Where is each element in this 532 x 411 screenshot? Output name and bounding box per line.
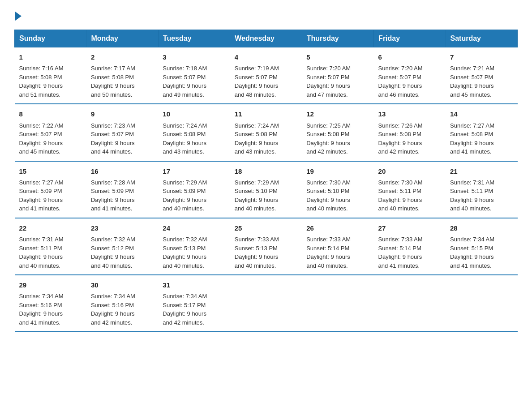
day-info: Sunrise: 7:23 AMSunset: 5:07 PMDaylight:…	[91, 121, 154, 156]
weekday-header-sunday: Sunday	[15, 30, 86, 47]
logo-arrow-icon	[15, 12, 21, 21]
day-number: 26	[306, 223, 369, 233]
day-info: Sunrise: 7:33 AMSunset: 5:14 PMDaylight:…	[378, 235, 441, 270]
day-number: 6	[378, 52, 441, 62]
day-number: 8	[19, 109, 82, 119]
day-info: Sunrise: 7:17 AMSunset: 5:08 PMDaylight:…	[91, 64, 154, 99]
calendar-cell: 25Sunrise: 7:33 AMSunset: 5:13 PMDayligh…	[230, 218, 302, 275]
calendar-cell: 8Sunrise: 7:22 AMSunset: 5:07 PMDaylight…	[15, 104, 86, 161]
day-number: 9	[91, 109, 154, 119]
page-header	[14, 11, 518, 21]
day-info: Sunrise: 7:34 AMSunset: 5:15 PMDaylight:…	[450, 235, 513, 270]
day-number: 14	[450, 109, 513, 119]
calendar-cell: 13Sunrise: 7:26 AMSunset: 5:08 PMDayligh…	[374, 104, 446, 161]
calendar-cell: 1Sunrise: 7:16 AMSunset: 5:08 PMDaylight…	[15, 47, 86, 104]
day-info: Sunrise: 7:19 AMSunset: 5:07 PMDaylight:…	[235, 64, 297, 99]
day-info: Sunrise: 7:25 AMSunset: 5:08 PMDaylight:…	[306, 121, 369, 156]
day-number: 2	[91, 52, 154, 62]
day-number: 7	[450, 52, 513, 62]
calendar-week-row: 15Sunrise: 7:27 AMSunset: 5:09 PMDayligh…	[15, 161, 518, 218]
calendar-week-row: 29Sunrise: 7:34 AMSunset: 5:16 PMDayligh…	[15, 275, 518, 332]
day-number: 1	[19, 52, 82, 62]
day-info: Sunrise: 7:34 AMSunset: 5:16 PMDaylight:…	[91, 292, 154, 327]
calendar-cell: 16Sunrise: 7:28 AMSunset: 5:09 PMDayligh…	[86, 161, 158, 218]
weekday-header-friday: Friday	[374, 30, 446, 47]
day-info: Sunrise: 7:31 AMSunset: 5:11 PMDaylight:…	[19, 235, 82, 270]
day-number: 19	[306, 166, 369, 176]
calendar-cell: 24Sunrise: 7:32 AMSunset: 5:13 PMDayligh…	[158, 218, 230, 275]
calendar-cell: 19Sunrise: 7:30 AMSunset: 5:10 PMDayligh…	[302, 161, 373, 218]
day-info: Sunrise: 7:24 AMSunset: 5:08 PMDaylight:…	[163, 121, 225, 156]
calendar-cell: 14Sunrise: 7:27 AMSunset: 5:08 PMDayligh…	[446, 104, 517, 161]
day-number: 12	[306, 109, 369, 119]
day-info: Sunrise: 7:27 AMSunset: 5:08 PMDaylight:…	[450, 121, 513, 156]
day-info: Sunrise: 7:20 AMSunset: 5:07 PMDaylight:…	[378, 64, 441, 99]
calendar-cell: 20Sunrise: 7:30 AMSunset: 5:11 PMDayligh…	[374, 161, 446, 218]
calendar-cell: 29Sunrise: 7:34 AMSunset: 5:16 PMDayligh…	[15, 275, 86, 332]
day-info: Sunrise: 7:34 AMSunset: 5:16 PMDaylight:…	[19, 292, 82, 327]
calendar-cell: 30Sunrise: 7:34 AMSunset: 5:16 PMDayligh…	[86, 275, 158, 332]
day-number: 17	[163, 166, 225, 176]
calendar-cell: 5Sunrise: 7:20 AMSunset: 5:07 PMDaylight…	[302, 47, 373, 104]
calendar-cell: 27Sunrise: 7:33 AMSunset: 5:14 PMDayligh…	[374, 218, 446, 275]
day-info: Sunrise: 7:29 AMSunset: 5:09 PMDaylight:…	[163, 178, 225, 213]
day-number: 23	[91, 223, 154, 233]
calendar-cell: 9Sunrise: 7:23 AMSunset: 5:07 PMDaylight…	[86, 104, 158, 161]
day-number: 21	[450, 166, 513, 176]
calendar-cell: 28Sunrise: 7:34 AMSunset: 5:15 PMDayligh…	[446, 218, 517, 275]
day-info: Sunrise: 7:18 AMSunset: 5:07 PMDaylight:…	[163, 64, 225, 99]
day-number: 4	[235, 52, 297, 62]
day-number: 25	[235, 223, 297, 233]
calendar-cell: 12Sunrise: 7:25 AMSunset: 5:08 PMDayligh…	[302, 104, 373, 161]
weekday-header-saturday: Saturday	[446, 30, 517, 47]
calendar-cell	[446, 275, 517, 332]
day-info: Sunrise: 7:26 AMSunset: 5:08 PMDaylight:…	[378, 121, 441, 156]
calendar-cell: 4Sunrise: 7:19 AMSunset: 5:07 PMDaylight…	[230, 47, 302, 104]
day-number: 16	[91, 166, 154, 176]
day-number: 13	[378, 109, 441, 119]
calendar-cell	[230, 275, 302, 332]
weekday-header-wednesday: Wednesday	[230, 30, 302, 47]
day-number: 3	[163, 52, 225, 62]
day-info: Sunrise: 7:16 AMSunset: 5:08 PMDaylight:…	[19, 64, 82, 99]
day-number: 15	[19, 166, 82, 176]
day-number: 11	[235, 109, 297, 119]
day-info: Sunrise: 7:30 AMSunset: 5:11 PMDaylight:…	[378, 178, 441, 213]
calendar-week-row: 8Sunrise: 7:22 AMSunset: 5:07 PMDaylight…	[15, 104, 518, 161]
day-number: 31	[163, 280, 225, 290]
calendar-cell: 26Sunrise: 7:33 AMSunset: 5:14 PMDayligh…	[302, 218, 373, 275]
day-info: Sunrise: 7:27 AMSunset: 5:09 PMDaylight:…	[19, 178, 82, 213]
calendar-cell: 23Sunrise: 7:32 AMSunset: 5:12 PMDayligh…	[86, 218, 158, 275]
calendar-cell: 11Sunrise: 7:24 AMSunset: 5:08 PMDayligh…	[230, 104, 302, 161]
day-number: 29	[19, 280, 82, 290]
calendar-cell: 18Sunrise: 7:29 AMSunset: 5:10 PMDayligh…	[230, 161, 302, 218]
weekday-header-thursday: Thursday	[302, 30, 373, 47]
day-info: Sunrise: 7:24 AMSunset: 5:08 PMDaylight:…	[235, 121, 297, 156]
calendar-cell	[302, 275, 373, 332]
day-number: 10	[163, 109, 225, 119]
day-info: Sunrise: 7:33 AMSunset: 5:13 PMDaylight:…	[235, 235, 297, 270]
calendar-cell: 22Sunrise: 7:31 AMSunset: 5:11 PMDayligh…	[15, 218, 86, 275]
calendar-week-row: 1Sunrise: 7:16 AMSunset: 5:08 PMDaylight…	[15, 47, 518, 104]
weekday-header-monday: Monday	[86, 30, 158, 47]
weekday-header-tuesday: Tuesday	[158, 30, 230, 47]
calendar-week-row: 22Sunrise: 7:31 AMSunset: 5:11 PMDayligh…	[15, 218, 518, 275]
day-info: Sunrise: 7:30 AMSunset: 5:10 PMDaylight:…	[306, 178, 369, 213]
calendar-cell: 15Sunrise: 7:27 AMSunset: 5:09 PMDayligh…	[15, 161, 86, 218]
day-info: Sunrise: 7:28 AMSunset: 5:09 PMDaylight:…	[91, 178, 154, 213]
calendar-cell: 31Sunrise: 7:34 AMSunset: 5:17 PMDayligh…	[158, 275, 230, 332]
calendar-table: SundayMondayTuesdayWednesdayThursdayFrid…	[14, 30, 518, 332]
day-info: Sunrise: 7:22 AMSunset: 5:07 PMDaylight:…	[19, 121, 82, 156]
day-number: 20	[378, 166, 441, 176]
calendar-cell: 17Sunrise: 7:29 AMSunset: 5:09 PMDayligh…	[158, 161, 230, 218]
day-info: Sunrise: 7:20 AMSunset: 5:07 PMDaylight:…	[306, 64, 369, 99]
day-info: Sunrise: 7:29 AMSunset: 5:10 PMDaylight:…	[235, 178, 297, 213]
calendar-cell: 10Sunrise: 7:24 AMSunset: 5:08 PMDayligh…	[158, 104, 230, 161]
day-info: Sunrise: 7:32 AMSunset: 5:13 PMDaylight:…	[163, 235, 225, 270]
day-number: 24	[163, 223, 225, 233]
calendar-cell: 2Sunrise: 7:17 AMSunset: 5:08 PMDaylight…	[86, 47, 158, 104]
logo	[14, 11, 21, 21]
day-info: Sunrise: 7:32 AMSunset: 5:12 PMDaylight:…	[91, 235, 154, 270]
calendar-cell: 7Sunrise: 7:21 AMSunset: 5:07 PMDaylight…	[446, 47, 517, 104]
day-number: 30	[91, 280, 154, 290]
